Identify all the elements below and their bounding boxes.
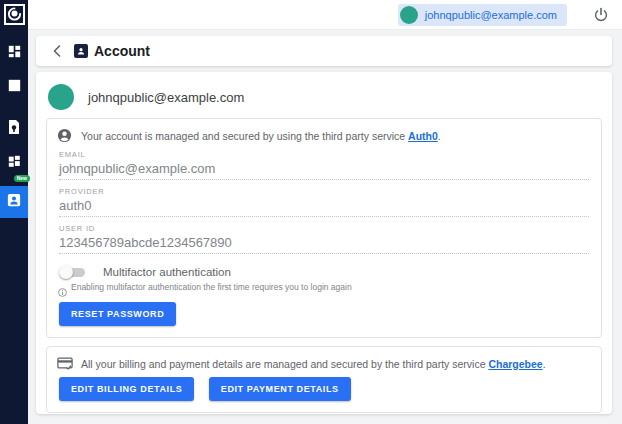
- profile-row: johnqpublic@example.com: [46, 82, 602, 112]
- billing-notice-prefix: All your billing and payment details are…: [81, 358, 488, 370]
- billing-notice: All your billing and payment details are…: [57, 356, 591, 371]
- sidebar: New: [0, 0, 28, 424]
- mfa-row: Multifactor authentication: [59, 265, 589, 279]
- edit-payment-button[interactable]: EDIT PAYMENT DETAILS: [209, 377, 351, 401]
- account-icon: [7, 193, 21, 211]
- document-icon: [8, 120, 20, 138]
- app-logo[interactable]: [0, 0, 28, 28]
- sidebar-item-account[interactable]: [0, 186, 28, 218]
- sidebar-item-square[interactable]: [0, 74, 28, 100]
- auth-notice: Your account is managed and secured by u…: [57, 128, 591, 143]
- billing-section: All your billing and payment details are…: [46, 346, 602, 413]
- info-icon: [58, 283, 67, 292]
- mfa-hint-text: Enabling multifactor authentication the …: [71, 282, 352, 292]
- sidebar-item-apps[interactable]: New: [0, 150, 28, 176]
- field-email: EMAIL johnqpublic@example.com: [59, 150, 589, 180]
- profile-avatar: [48, 84, 74, 110]
- square-icon: [8, 78, 21, 96]
- apps-icon: [8, 154, 21, 172]
- sidebar-item-dashboard[interactable]: [0, 40, 28, 66]
- back-chevron-icon: [53, 45, 61, 57]
- new-badge: New: [14, 175, 30, 182]
- user-menu-chip[interactable]: johnqpublic@example.com: [398, 4, 567, 26]
- field-userid-label: USER ID: [59, 224, 589, 233]
- billing-notice-text: All your billing and payment details are…: [81, 358, 546, 370]
- auth-notice-text: Your account is managed and secured by u…: [81, 130, 441, 142]
- mfa-toggle[interactable]: [59, 265, 89, 279]
- mfa-label: Multifactor authentication: [103, 266, 231, 278]
- auth-notice-prefix: Your account is managed and secured by u…: [81, 130, 408, 142]
- billing-notice-suffix: .: [543, 358, 546, 370]
- auth0-link[interactable]: Auth0: [408, 130, 438, 142]
- field-email-value: johnqpublic@example.com: [59, 161, 589, 176]
- dashboard-icon: [8, 44, 21, 62]
- user-avatar: [400, 6, 418, 24]
- account-badge-icon: [74, 44, 88, 58]
- edit-billing-button[interactable]: EDIT BILLING DETAILS: [59, 377, 194, 401]
- app-logo-icon: [4, 4, 25, 25]
- account-card: johnqpublic@example.com Your account is …: [36, 72, 612, 414]
- credit-card-icon: [57, 356, 72, 371]
- reset-password-button[interactable]: RESET PASSWORD: [59, 302, 176, 326]
- auth-provider-icon: [57, 128, 72, 143]
- chargebee-link[interactable]: Chargebee: [488, 358, 542, 370]
- page-header: Account: [36, 36, 612, 66]
- page-title: Account: [94, 43, 150, 59]
- field-userid-value: 123456789abcde1234567890: [59, 235, 589, 250]
- mfa-toggle-thumb: [59, 265, 73, 279]
- back-button[interactable]: [48, 42, 66, 60]
- field-provider-label: PROVIDER: [59, 187, 589, 196]
- user-email: johnqpublic@example.com: [425, 9, 557, 21]
- auth-section: Your account is managed and secured by u…: [46, 118, 602, 338]
- mfa-hint-row: Enabling multifactor authentication the …: [58, 282, 591, 292]
- topbar: johnqpublic@example.com: [28, 0, 622, 30]
- logout-button[interactable]: [593, 7, 609, 23]
- field-userid: USER ID 123456789abcde1234567890: [59, 224, 589, 254]
- sidebar-item-document[interactable]: [0, 116, 28, 142]
- profile-email: johnqpublic@example.com: [88, 90, 244, 105]
- power-icon: [593, 7, 609, 23]
- auth-notice-suffix: .: [438, 130, 441, 142]
- field-email-label: EMAIL: [59, 150, 589, 159]
- field-provider-value: auth0: [59, 198, 589, 213]
- field-provider: PROVIDER auth0: [59, 187, 589, 217]
- billing-buttons: EDIT BILLING DETAILS EDIT PAYMENT DETAIL…: [59, 377, 589, 401]
